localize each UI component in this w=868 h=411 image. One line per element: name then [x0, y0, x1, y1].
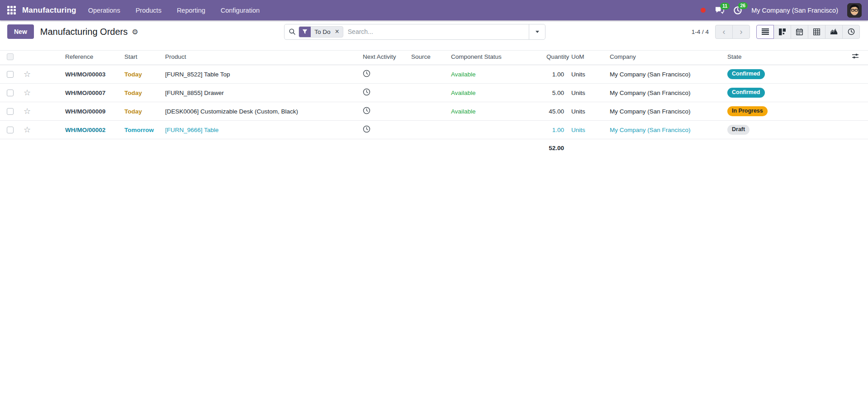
row-checkbox[interactable] [0, 84, 20, 102]
product-cell[interactable]: [FURN_8522] Table Top [161, 65, 359, 84]
header-next-activity[interactable]: Next Activity [359, 51, 408, 65]
header-company[interactable]: Company [606, 51, 724, 65]
quantity-cell[interactable]: 1.00 [543, 65, 568, 84]
favorite-star-icon[interactable]: ☆ [20, 102, 61, 121]
component-status-cell[interactable]: Available [447, 65, 543, 84]
company-cell[interactable]: My Company (San Francisco) [606, 102, 724, 121]
row-checkbox[interactable] [0, 102, 20, 121]
start-cell[interactable]: Today [121, 65, 161, 84]
component-status-cell[interactable]: Available [447, 84, 543, 102]
menu-products[interactable]: Products [136, 7, 161, 14]
view-kanban-button[interactable] [773, 25, 791, 39]
pager-previous-button[interactable]: ‹ [715, 25, 733, 39]
quantity-cell[interactable]: 5.00 [543, 84, 568, 102]
row-checkbox[interactable] [0, 65, 20, 84]
app-name[interactable]: Manufacturing [22, 6, 76, 15]
user-avatar[interactable] [847, 3, 862, 18]
header-product[interactable]: Product [161, 51, 359, 65]
view-list-button[interactable] [756, 25, 774, 39]
next-activity-cell[interactable] [359, 121, 408, 139]
adjust-columns-icon [852, 53, 859, 59]
adjust-columns-button[interactable] [848, 51, 868, 65]
header-uom[interactable]: UoM [568, 51, 606, 65]
activity-clock-icon[interactable] [363, 125, 370, 133]
source-cell[interactable] [408, 102, 447, 121]
start-cell[interactable]: Today [121, 102, 161, 121]
state-cell[interactable]: Draft [724, 121, 848, 139]
reference-cell[interactable]: WH/MO/00007 [61, 84, 121, 102]
menu-reporting[interactable]: Reporting [177, 7, 205, 14]
component-status-cell[interactable] [447, 121, 543, 139]
search-dropdown-toggle[interactable] [529, 24, 545, 39]
company-cell[interactable]: My Company (San Francisco) [606, 84, 724, 102]
product-cell[interactable]: [DESK0006] Customizable Desk (Custom, Bl… [161, 102, 359, 121]
reference-cell[interactable]: WH/MO/00009 [61, 102, 121, 121]
pager-buttons: ‹ › [715, 25, 750, 39]
navbar-systray: 11 26 My Company (San Francisco) [701, 3, 862, 18]
next-activity-cell[interactable] [359, 65, 408, 84]
quantity-cell[interactable]: 1.00 [543, 121, 568, 139]
header-source[interactable]: Source [408, 51, 447, 65]
pager-next-button[interactable]: › [732, 25, 750, 39]
view-calendar-button[interactable] [791, 25, 808, 39]
messages-icon[interactable]: 11 [715, 6, 724, 14]
view-activity-clock-icon [848, 28, 855, 35]
state-cell[interactable]: Confirmed [724, 84, 848, 102]
search-bar[interactable]: To Do × [284, 24, 545, 40]
table-row[interactable]: ☆ WH/MO/00007 Today [FURN_8855] Drawer A… [0, 84, 868, 102]
status-badge: In Progress [727, 106, 768, 117]
uom-cell[interactable]: Units [568, 84, 606, 102]
header-quantity[interactable]: Quantity [543, 51, 568, 65]
reference-cell[interactable]: WH/MO/00002 [61, 121, 121, 139]
select-all-checkbox[interactable] [0, 51, 20, 65]
uom-cell[interactable]: Units [568, 102, 606, 121]
new-button[interactable]: New [7, 24, 34, 39]
table-row[interactable]: ☆ WH/MO/00009 Today [DESK0006] Customiza… [0, 102, 868, 121]
row-checkbox[interactable] [0, 121, 20, 139]
header-state[interactable]: State [724, 51, 848, 65]
state-cell[interactable]: Confirmed [724, 65, 848, 84]
view-graph-button[interactable] [825, 25, 843, 39]
view-activity-button[interactable] [842, 25, 860, 39]
table-row[interactable]: ☆ WH/MO/00002 Tomorrow [FURN_9666] Table… [0, 121, 868, 139]
favorite-star-icon[interactable]: ☆ [20, 84, 61, 102]
activities-icon[interactable]: 26 [733, 6, 742, 15]
pager-and-views: 1-4 / 4 ‹ › [692, 25, 860, 39]
table-row[interactable]: ☆ WH/MO/00003 Today [FURN_8522] Table To… [0, 65, 868, 84]
next-activity-cell[interactable] [359, 84, 408, 102]
header-start[interactable]: Start [121, 51, 161, 65]
source-cell[interactable] [408, 121, 447, 139]
reference-cell[interactable]: WH/MO/00003 [61, 65, 121, 84]
start-cell[interactable]: Today [121, 84, 161, 102]
header-component-status[interactable]: Component Status [447, 51, 543, 65]
menu-configuration[interactable]: Configuration [221, 7, 260, 14]
company-cell[interactable]: My Company (San Francisco) [606, 65, 724, 84]
activity-clock-icon[interactable] [363, 88, 370, 96]
view-pivot-button[interactable] [808, 25, 825, 39]
page-title: Manufacturing Orders [40, 27, 128, 37]
uom-cell[interactable]: Units [568, 65, 606, 84]
apps-grid-icon[interactable] [5, 4, 18, 16]
gear-icon[interactable]: ⚙ [132, 28, 138, 36]
quantity-cell[interactable]: 45.00 [543, 102, 568, 121]
activity-clock-icon[interactable] [363, 70, 370, 77]
favorite-star-icon[interactable]: ☆ [20, 121, 61, 139]
product-cell[interactable]: [FURN_9666] Table [161, 121, 359, 139]
favorite-star-icon[interactable]: ☆ [20, 65, 61, 84]
source-cell[interactable] [408, 84, 447, 102]
header-reference[interactable]: Reference [61, 51, 121, 65]
remove-filter-icon[interactable]: × [334, 27, 342, 37]
component-status-cell[interactable]: Available [447, 102, 543, 121]
state-cell[interactable]: In Progress [724, 102, 848, 121]
activity-clock-icon[interactable] [363, 107, 370, 114]
view-calendar-icon [796, 28, 803, 35]
company-cell[interactable]: My Company (San Francisco) [606, 121, 724, 139]
company-switcher[interactable]: My Company (San Francisco) [751, 7, 838, 14]
next-activity-cell[interactable] [359, 102, 408, 121]
uom-cell[interactable]: Units [568, 121, 606, 139]
start-cell[interactable]: Tomorrow [121, 121, 161, 139]
menu-operations[interactable]: Operations [88, 7, 120, 14]
product-cell[interactable]: [FURN_8855] Drawer [161, 84, 359, 102]
search-input[interactable] [348, 28, 529, 35]
source-cell[interactable] [408, 65, 447, 84]
